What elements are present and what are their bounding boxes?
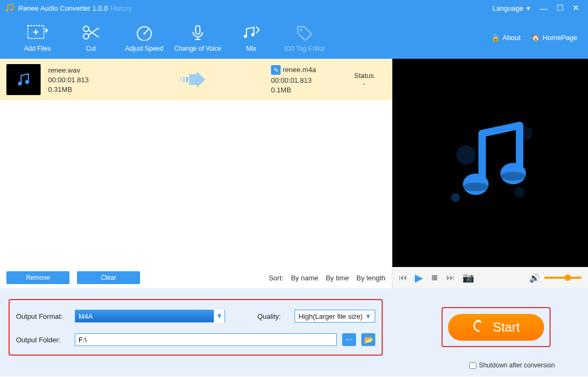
start-button[interactable]: Start (448, 314, 544, 341)
output-folder-input[interactable] (75, 333, 337, 346)
output-folder-label: Output Folder: (16, 336, 69, 344)
svg-point-8 (244, 35, 247, 38)
add-files-button[interactable]: Add Files (11, 23, 64, 52)
svg-point-3 (83, 26, 89, 32)
quality-select[interactable]: High(Larger file size) ▼ (295, 310, 375, 323)
mix-label: Mix (246, 45, 257, 52)
play-button[interactable]: ▶ (415, 271, 423, 284)
add-files-icon (27, 23, 48, 42)
about-link[interactable]: 🔒 About (491, 34, 521, 42)
svg-point-1 (10, 9, 13, 11)
player-controls: ⏮ ▶ ⏹ ⏭ 📷 🔊 (392, 267, 588, 288)
volume-icon[interactable]: 🔊 (529, 273, 540, 283)
bottom-panel: Output Format: M4A ▼ Quality: High(Large… (0, 288, 588, 376)
id3-label: ID3 Tag Editor (284, 45, 325, 52)
svg-point-0 (5, 9, 8, 12)
clear-button[interactable]: Clear (77, 271, 140, 284)
svg-point-6 (143, 33, 145, 35)
svg-point-12 (25, 80, 29, 84)
arrow-icon (120, 72, 264, 88)
svg-point-22 (463, 183, 489, 191)
svg-rect-14 (183, 77, 185, 82)
microphone-icon (189, 23, 207, 42)
app-logo-icon (4, 3, 14, 13)
prev-button[interactable]: ⏮ (399, 273, 407, 282)
svg-point-9 (251, 33, 254, 36)
tag-icon (296, 23, 314, 42)
svg-point-11 (18, 82, 22, 86)
shutdown-checkbox-input[interactable] (469, 362, 476, 369)
refresh-icon (473, 319, 486, 336)
title-bar: Renee Audio Converter 1.0.0 History Lang… (0, 0, 588, 16)
home-icon: 🏠 (531, 34, 540, 42)
next-button[interactable]: ⏭ (446, 273, 455, 282)
file-row[interactable]: renee.wav 00:00:01.813 0.31MB ✎renee.m4a… (0, 59, 392, 100)
scissors-icon (82, 23, 100, 42)
snapshot-button[interactable]: 📷 (462, 272, 474, 284)
sort-label: Sort: (269, 274, 283, 282)
preview-panel: ⏮ ▶ ⏹ ⏭ 📷 🔊 (392, 59, 588, 288)
file-list: renee.wav 00:00:01.813 0.31MB ✎renee.m4a… (0, 59, 392, 288)
start-box: Start (442, 307, 551, 347)
chevron-down-icon: ▼ (365, 312, 372, 320)
file-thumbnail (6, 64, 41, 95)
list-footer: Remove Clear Sort: By name By time By le… (0, 267, 392, 288)
mix-button[interactable]: Mix (225, 23, 278, 52)
output-settings: Output Format: M4A ▼ Quality: High(Large… (9, 299, 383, 356)
status-column: Status - (343, 72, 385, 88)
quality-label: Quality: (257, 312, 289, 320)
stop-button[interactable]: ⏹ (430, 273, 439, 282)
svg-point-16 (457, 145, 476, 164)
adjust-speed-label: Adjust Speed (125, 45, 163, 52)
lock-icon: 🔒 (491, 34, 500, 42)
gauge-icon (135, 23, 153, 42)
mix-icon (242, 23, 260, 42)
main-toolbar: Add Files Cut Adjust Speed Change of Voi… (0, 16, 588, 59)
svg-point-10 (300, 29, 302, 31)
change-voice-button[interactable]: Change of Voice (171, 23, 225, 52)
id3-editor-button: ID3 Tag Editor (278, 23, 331, 52)
history-link[interactable]: History (111, 4, 132, 12)
dest-file-info: ✎renee.m4a 00:00:01.813 0.1MB (271, 65, 335, 94)
sort-by-length[interactable]: By length (357, 274, 385, 282)
more-button[interactable]: ⋯ (342, 333, 356, 346)
preview-image (392, 59, 588, 267)
shutdown-checkbox[interactable]: Shutdown after conversion (469, 362, 555, 369)
volume-slider[interactable] (544, 277, 582, 279)
chevron-down-icon: ▾ (527, 4, 530, 12)
main-area: renee.wav 00:00:01.813 0.31MB ✎renee.m4a… (0, 59, 588, 288)
svg-point-4 (83, 34, 89, 39)
minimize-button[interactable]: — (536, 4, 552, 13)
homepage-link[interactable]: 🏠 HomePage (531, 34, 577, 42)
format-badge-icon: ✎ (271, 65, 281, 75)
app-title: Renee Audio Converter 1.0.0 (18, 4, 108, 12)
cut-label: Cut (86, 45, 96, 52)
svg-rect-15 (186, 77, 188, 82)
svg-point-23 (500, 172, 526, 180)
svg-point-18 (514, 187, 525, 198)
language-selector[interactable]: Language ▾ (492, 4, 530, 12)
svg-rect-13 (180, 77, 182, 82)
source-file-info: renee.wav 00:00:01.813 0.31MB (48, 66, 112, 93)
folder-icon: 📂 (364, 335, 373, 344)
change-voice-label: Change of Voice (174, 45, 221, 52)
chevron-down-icon: ▼ (214, 310, 225, 323)
add-files-label: Add Files (24, 45, 51, 52)
remove-button[interactable]: Remove (6, 271, 69, 284)
output-format-label: Output Format: (16, 312, 69, 320)
ellipsis-icon: ⋯ (345, 335, 353, 344)
output-format-select[interactable]: M4A ▼ (75, 310, 225, 323)
svg-point-19 (451, 193, 460, 202)
svg-rect-7 (196, 26, 200, 34)
close-button[interactable]: ✕ (568, 3, 584, 13)
sort-by-name[interactable]: By name (291, 274, 318, 282)
cut-button[interactable]: Cut (64, 23, 118, 52)
adjust-speed-button[interactable]: Adjust Speed (118, 23, 171, 52)
sort-by-time[interactable]: By time (326, 274, 349, 282)
maximize-button[interactable]: ☐ (552, 3, 568, 13)
browse-folder-button[interactable]: 📂 (361, 333, 375, 346)
